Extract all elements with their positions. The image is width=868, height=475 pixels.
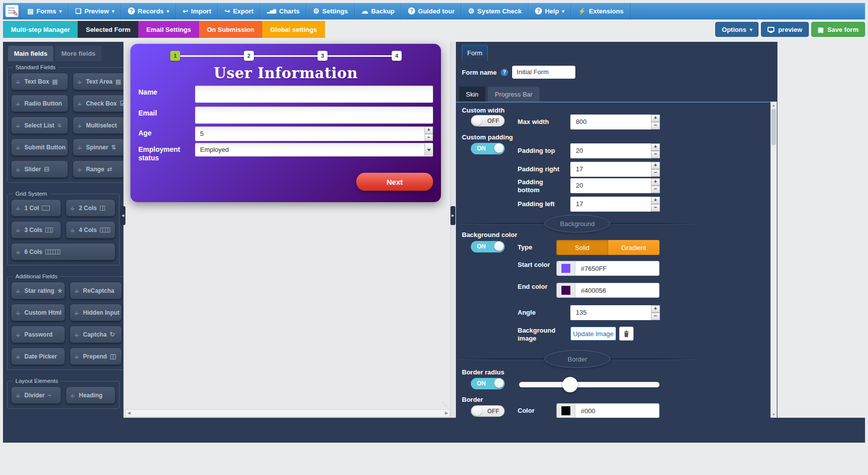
angle-input[interactable]: 135: [570, 305, 651, 320]
age-input[interactable]: 5: [195, 126, 425, 141]
panel-tab[interactable]: Progress Bar: [488, 87, 540, 102]
collapse-left-handle[interactable]: ◀: [120, 206, 125, 225]
step-badge[interactable]: 1: [170, 51, 180, 61]
navbar-item[interactable]: Export: [218, 3, 260, 19]
padding-left-input[interactable]: 17: [570, 197, 651, 212]
border-color-picker[interactable]: [557, 404, 575, 418]
field-button[interactable]: Heading: [66, 386, 116, 404]
navbar-item[interactable]: Guided tour: [402, 3, 462, 19]
form-name-input[interactable]: Initial Form: [512, 66, 575, 79]
app-logo[interactable]: ✎: [3, 3, 21, 19]
padding-top-input[interactable]: 20: [570, 143, 651, 158]
minus-icon[interactable]: [651, 169, 660, 177]
minus-icon[interactable]: [651, 204, 660, 212]
tab-form[interactable]: Form: [462, 45, 488, 61]
email-input[interactable]: [195, 107, 433, 123]
form-section-tab[interactable]: Email Settings: [138, 21, 199, 38]
start-color-input[interactable]: #7650FF: [575, 261, 659, 275]
start-color-picker[interactable]: [557, 261, 575, 275]
preview-button[interactable]: preview: [761, 22, 808, 37]
field-button[interactable]: Date Picker: [11, 348, 65, 365]
field-button[interactable]: Slider: [11, 160, 68, 178]
slider-track[interactable]: [519, 382, 659, 387]
max-width-input[interactable]: 800: [570, 115, 651, 129]
sidebar-tab[interactable]: Main fields: [8, 46, 53, 61]
minus-icon[interactable]: [425, 134, 433, 141]
field-button[interactable]: Custom Html: [11, 304, 65, 321]
scroll-up-icon[interactable]: ▲: [771, 102, 776, 108]
field-button[interactable]: Hidden Input: [70, 304, 122, 321]
select-arrow-icon[interactable]: [425, 143, 433, 156]
panel-tab[interactable]: Skin: [459, 87, 485, 102]
name-input[interactable]: [195, 86, 433, 103]
type-gradient-button[interactable]: Gradient: [608, 240, 660, 255]
scroll-right-icon[interactable]: ▶: [443, 410, 449, 416]
background-color-toggle[interactable]: ON: [471, 241, 505, 252]
border-color-input[interactable]: #000: [575, 404, 659, 418]
field-button[interactable]: Spinner: [73, 138, 123, 156]
step-badge[interactable]: 4: [392, 51, 402, 61]
scroll-left-icon[interactable]: ◀: [126, 410, 132, 416]
panel-scrollbar[interactable]: ▲ ▼: [770, 102, 777, 418]
type-solid-button[interactable]: Solid: [556, 240, 608, 255]
plus-icon[interactable]: [651, 143, 660, 151]
step-badge[interactable]: 2: [244, 51, 254, 61]
field-button[interactable]: Divider: [11, 386, 61, 404]
canvas-horizontal-scrollbar[interactable]: ◀ ▶: [125, 409, 450, 417]
field-button[interactable]: Radio Button: [11, 95, 68, 112]
end-color-picker[interactable]: [557, 283, 575, 297]
navbar-item[interactable]: Records ▾: [121, 3, 176, 19]
sidebar-tab[interactable]: More fields: [55, 46, 102, 61]
border-toggle[interactable]: OFF: [471, 405, 505, 417]
end-color-input[interactable]: #400056: [575, 283, 659, 297]
field-button[interactable]: 4 Cols: [66, 221, 116, 238]
navbar-item[interactable]: Settings: [307, 3, 355, 19]
plus-icon[interactable]: [651, 178, 660, 186]
custom-padding-toggle[interactable]: ON: [471, 143, 505, 154]
minus-icon[interactable]: [651, 313, 660, 320]
field-button[interactable]: Star rating: [11, 282, 65, 299]
delete-image-button[interactable]: [619, 327, 634, 341]
navbar-item[interactable]: Extensions: [571, 3, 631, 19]
field-button[interactable]: 1 Col: [11, 199, 61, 217]
field-button[interactable]: Select List: [11, 117, 68, 134]
navbar-item[interactable]: Help ▾: [529, 3, 571, 19]
border-radius-slider[interactable]: [519, 378, 659, 393]
navbar-item[interactable]: Charts: [260, 3, 307, 19]
minus-icon[interactable]: [651, 186, 660, 193]
update-image-button[interactable]: Update Image: [570, 327, 616, 341]
collapse-right-handle[interactable]: ▶: [450, 206, 455, 225]
field-button[interactable]: 6 Cols: [11, 243, 115, 260]
border-radius-toggle[interactable]: ON: [471, 378, 505, 389]
navbar-item[interactable]: System Check: [461, 3, 528, 19]
form-section-tab[interactable]: Multi-step Manager: [3, 21, 78, 38]
navbar-item[interactable]: Forms ▾: [21, 3, 69, 19]
form-section-tab[interactable]: Selected Form: [78, 21, 138, 38]
help-icon[interactable]: [501, 69, 508, 76]
field-button[interactable]: 3 Cols: [11, 221, 61, 238]
plus-icon[interactable]: [651, 197, 660, 204]
next-button[interactable]: Next: [356, 173, 433, 191]
field-button[interactable]: Text Area: [73, 73, 123, 90]
slider-handle[interactable]: [562, 377, 578, 392]
field-button[interactable]: Password: [11, 326, 65, 343]
minus-icon[interactable]: [651, 151, 660, 158]
options-button[interactable]: Options▾: [715, 22, 759, 37]
save-form-button[interactable]: ▣Save form: [811, 22, 865, 37]
form-section-tab[interactable]: Global settings: [262, 21, 325, 38]
padding-right-input[interactable]: 17: [570, 162, 651, 177]
field-button[interactable]: 2 Cols: [66, 199, 116, 217]
scrollbar-thumb[interactable]: [771, 109, 776, 145]
field-button[interactable]: Multiselect: [73, 117, 123, 134]
padding-bottom-input[interactable]: 20: [570, 178, 651, 193]
resize-grip-icon[interactable]: ⋱: [442, 401, 447, 408]
field-button[interactable]: Check Box: [73, 95, 123, 112]
form-section-tab[interactable]: On Submission: [199, 21, 262, 38]
navbar-item[interactable]: Preview ▾: [69, 3, 121, 19]
field-button[interactable]: Submit Button: [11, 138, 68, 156]
custom-width-toggle[interactable]: OFF: [471, 115, 505, 126]
field-button[interactable]: Range: [73, 160, 123, 178]
navbar-item[interactable]: Import: [176, 3, 218, 19]
field-button[interactable]: Captcha: [70, 326, 122, 343]
field-button[interactable]: Text Box: [11, 73, 68, 90]
